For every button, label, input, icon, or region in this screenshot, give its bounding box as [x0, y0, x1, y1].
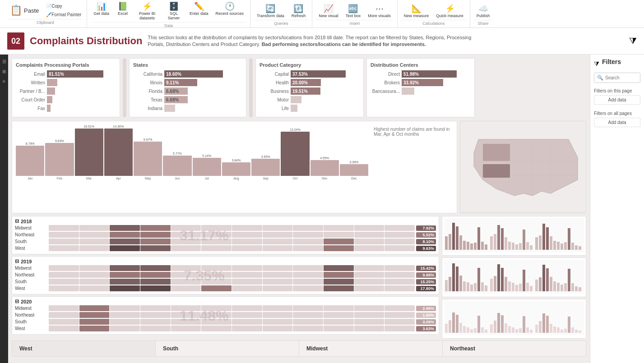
bar-label-indiana: Indiana [133, 106, 162, 111]
mcell [49, 319, 79, 325]
section-desc-bold: Bad performing sectors/locations can be … [262, 41, 426, 47]
svg-rect-115 [557, 327, 560, 333]
svg-rect-28 [515, 244, 518, 250]
more-visuals-icon: ⋯ [375, 4, 384, 14]
queries-label: Queries [254, 20, 308, 26]
mcell [140, 319, 171, 325]
bar-rect-jun [163, 156, 191, 176]
mcell [140, 232, 171, 238]
svg-rect-92 [470, 329, 473, 333]
add-data-button-page[interactable]: Add data [594, 95, 640, 105]
bar-label-oct: Oct [292, 177, 297, 180]
svg-rect-17 [474, 243, 477, 250]
filter-funnel-icon[interactable]: ⧩ [629, 36, 637, 46]
scrollbar-portals[interactable] [123, 58, 126, 117]
region-row-2019-midwest: Midwest 15.42% [15, 265, 436, 271]
bar-row-illinois: Illinois 9.11% [133, 79, 242, 86]
mcell [201, 239, 232, 244]
power-bi-button[interactable]: ⚡ Power BI datasets [134, 0, 161, 22]
mcell [263, 232, 293, 238]
states-chart: States California 18.60% Illinois 9.11% [129, 58, 246, 117]
year-header-2018[interactable]: ⊟ 2018 [15, 218, 436, 224]
paste-button[interactable]: 📋 Paste [7, 3, 42, 18]
mcell [324, 245, 354, 251]
new-visual-button[interactable]: 📈 New visual [316, 2, 341, 20]
bar-california: 18.60% [164, 70, 223, 78]
mcell [110, 285, 140, 291]
transform-data-button[interactable]: 🔄 Transform data [254, 2, 287, 20]
region-tab-south[interactable]: South [156, 341, 299, 356]
monthly-section: 8.79% Jan 9.63% Feb [12, 121, 586, 213]
collapse-2020-icon[interactable]: ⊟ [15, 299, 19, 304]
recent-sources-button[interactable]: 🕐 Recent sources [213, 0, 246, 18]
excel-button[interactable]: 📗 Excel [114, 0, 132, 18]
add-data-button-all[interactable]: Add data [594, 118, 640, 127]
svg-rect-109 [535, 325, 538, 333]
format-painter-button[interactable]: 🖌️ Format Painter [44, 11, 83, 18]
left-sidebar: ☰ ⊞ ≡ [0, 55, 8, 363]
more-visuals-button[interactable]: ⋯ More visuals [365, 2, 394, 20]
mcell [385, 305, 415, 311]
svg-rect-90 [463, 326, 466, 333]
mcell [110, 225, 140, 231]
mcell [232, 326, 262, 331]
svg-rect-121 [579, 331, 581, 333]
enter-data-button[interactable]: ✏️ Enter data [187, 0, 211, 18]
svg-rect-101 [505, 323, 507, 333]
mcell [79, 232, 110, 238]
sidebar-nav-icon-3[interactable]: ≡ [1, 78, 7, 84]
mcell [49, 305, 79, 311]
quick-measure-button[interactable]: ⚡ Quick measure [433, 2, 466, 20]
region-tab-midwest[interactable]: Midwest [299, 341, 443, 356]
sidebar-nav-icon-2[interactable]: ⊞ [1, 68, 7, 74]
scrollbar-states[interactable] [249, 58, 253, 117]
mcell [140, 312, 171, 318]
year-header-2020[interactable]: ⊟ 2020 [15, 299, 436, 304]
bar-row-bancassura: Bancassura... [371, 87, 471, 95]
mcell [110, 239, 140, 244]
svg-rect-73 [542, 265, 545, 291]
svg-rect-91 [467, 327, 469, 333]
publish-button[interactable]: ☁️ Publish [474, 2, 493, 20]
bar-container-health: 20.00% [291, 79, 360, 86]
mcell [385, 272, 415, 278]
monthly-bar-may: 9.97% May [134, 125, 162, 180]
region-tab-west[interactable]: West [12, 341, 156, 356]
region-name-northeast-2019: Northeast [15, 272, 47, 277]
collapse-2018-icon[interactable]: ⊟ [15, 218, 19, 224]
svg-rect-58 [485, 285, 487, 291]
enter-data-label: Enter data [190, 11, 208, 16]
get-data-button[interactable]: 📊 Get data [91, 0, 112, 18]
bar-rect-mar [75, 129, 103, 176]
copy-button[interactable]: 📄 Copy [44, 3, 83, 9]
sparkline-2018 [444, 218, 584, 252]
mcell [110, 245, 140, 251]
mcell [79, 245, 110, 251]
sidebar-nav-icon-1[interactable]: ☰ [1, 58, 7, 64]
mcell [232, 305, 262, 311]
svg-rect-65 [512, 283, 514, 291]
sql-server-button[interactable]: 🗄️ SQL Server [162, 0, 185, 22]
mcell [293, 245, 323, 251]
mcell [232, 319, 262, 325]
region-row-2019-northeast: Northeast 9.88% [15, 272, 436, 278]
filters-search-box[interactable]: 🔍 [594, 73, 640, 83]
bar-row-written: Written [16, 79, 116, 86]
collapse-2019-icon[interactable]: ⊟ [15, 258, 19, 264]
region-tab-northeast[interactable]: Northeast [443, 341, 586, 356]
svg-rect-100 [501, 315, 504, 333]
svg-rect-13 [459, 235, 462, 250]
pct-badge-2020-northeast: 1.80% [416, 312, 436, 318]
year-header-2019[interactable]: ⊟ 2019 [15, 258, 436, 264]
bar-pct-may: 9.97% [144, 138, 153, 141]
bar-rect-feb [45, 143, 74, 176]
text-box-button[interactable]: 🔤 Text box [343, 2, 364, 20]
new-measure-button[interactable]: 📐 New measure [401, 2, 432, 20]
mcell [79, 272, 110, 278]
region-name-south-2019: South [15, 279, 47, 284]
mini-chart-2018 [442, 216, 586, 256]
bar-container-california: 18.60% [164, 70, 242, 78]
refresh-button[interactable]: 🔃 Refresh [289, 2, 309, 20]
month-cells-2020-west [49, 326, 415, 331]
filters-search-input[interactable] [605, 75, 632, 80]
